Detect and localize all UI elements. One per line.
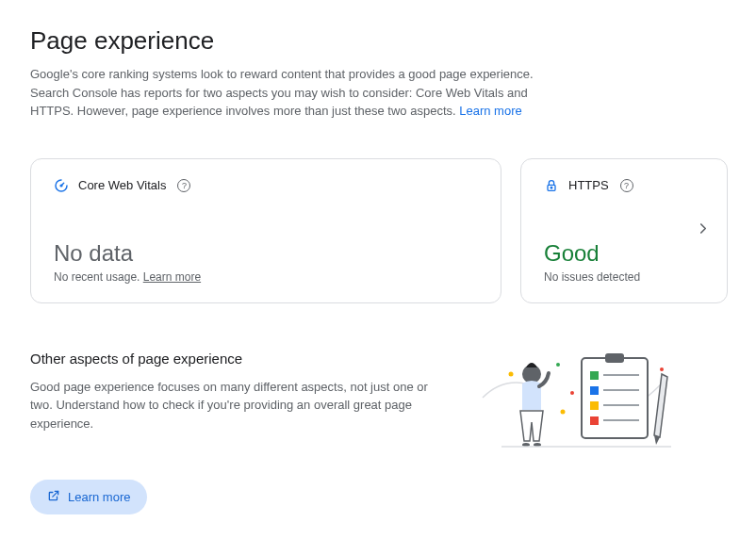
help-icon[interactable]: ?	[177, 179, 190, 192]
status-subtext: No recent usage. Learn more	[54, 270, 478, 284]
svg-rect-13	[590, 386, 599, 395]
cwv-learn-more-link[interactable]: Learn more	[143, 270, 201, 284]
other-aspects-title: Other aspects of page experience	[30, 351, 445, 367]
page-title: Page experience	[30, 26, 726, 56]
svg-rect-10	[605, 353, 624, 363]
other-aspects-desc: Good page experience focuses on many dif…	[30, 378, 445, 433]
svg-point-1	[60, 185, 62, 187]
external-link-icon	[47, 489, 60, 505]
svg-rect-15	[590, 401, 599, 410]
other-aspects-section: Other aspects of page experience Good pa…	[30, 351, 726, 515]
core-web-vitals-card[interactable]: Core Web Vitals ? No data No recent usag…	[30, 158, 501, 303]
lock-icon	[544, 178, 559, 193]
status-value: Good	[544, 240, 704, 267]
svg-point-8	[660, 367, 664, 371]
speedometer-icon	[54, 178, 69, 193]
intro-learn-more-link[interactable]: Learn more	[459, 104, 521, 118]
learn-more-button[interactable]: Learn more	[30, 480, 147, 514]
status-sub-prefix: No recent usage.	[54, 270, 143, 284]
card-header: HTTPS ?	[544, 178, 704, 193]
learn-more-button-label: Learn more	[68, 490, 130, 504]
chevron-right-icon	[695, 220, 712, 241]
status-value: No data	[54, 240, 478, 267]
checklist-illustration	[473, 351, 681, 464]
https-card[interactable]: HTTPS ? Good No issues detected	[520, 158, 728, 303]
svg-point-6	[570, 391, 574, 395]
svg-point-3	[551, 187, 552, 188]
svg-rect-9	[582, 358, 648, 438]
svg-point-7	[556, 363, 560, 367]
card-title: Core Web Vitals	[78, 178, 166, 192]
svg-point-4	[509, 371, 514, 376]
card-title: HTTPS	[568, 178, 609, 192]
svg-point-5	[561, 409, 566, 414]
intro-paragraph: Google's core ranking systems look to re…	[30, 65, 558, 121]
cards-row: Core Web Vitals ? No data No recent usag…	[30, 158, 726, 303]
card-header: Core Web Vitals ?	[54, 178, 478, 193]
svg-rect-11	[590, 371, 599, 380]
intro-text: Google's core ranking systems look to re…	[30, 67, 534, 118]
help-icon[interactable]: ?	[620, 179, 633, 192]
status-subtext: No issues detected	[544, 270, 704, 284]
svg-rect-17	[590, 416, 599, 425]
